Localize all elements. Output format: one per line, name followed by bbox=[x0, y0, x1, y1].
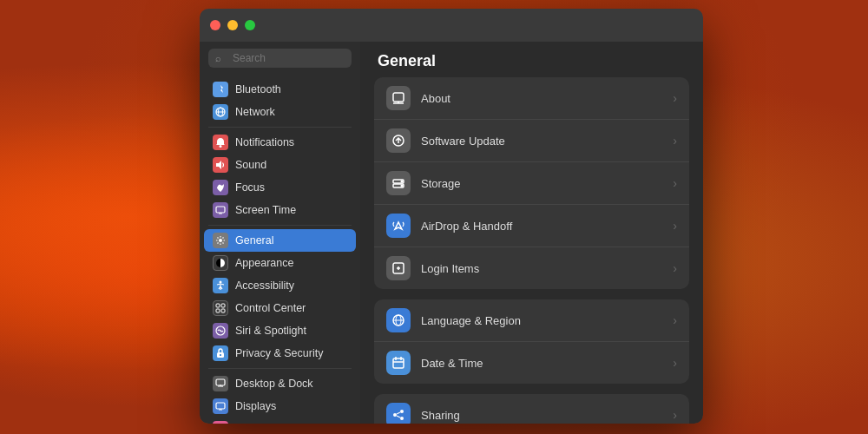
svg-rect-18 bbox=[216, 379, 225, 385]
svg-marker-4 bbox=[216, 161, 221, 169]
focus-icon bbox=[213, 180, 228, 195]
appearance-icon bbox=[213, 255, 228, 271]
sidebar-item-siri[interactable]: Siri & Spotlight bbox=[204, 319, 356, 342]
sidebar-label-siri: Siri & Spotlight bbox=[235, 325, 306, 337]
settings-row-airdrop[interactable]: AirDrop & Handoff › bbox=[374, 205, 689, 247]
titlebar bbox=[200, 9, 703, 42]
sidebar-item-privacy[interactable]: Privacy & Security bbox=[204, 342, 356, 365]
sidebar-label-controlcenter: Control Center bbox=[235, 302, 306, 314]
close-button[interactable] bbox=[210, 20, 220, 30]
svg-point-37 bbox=[401, 181, 403, 182]
wallpaper-icon bbox=[213, 421, 228, 424]
settings-row-sharing[interactable]: Sharing › bbox=[374, 394, 689, 424]
svg-point-8 bbox=[219, 239, 222, 242]
svg-point-38 bbox=[401, 185, 403, 187]
sidebar-item-network[interactable]: Network bbox=[204, 101, 356, 123]
sidebar-item-general[interactable]: General bbox=[204, 229, 356, 252]
svg-rect-17 bbox=[220, 354, 221, 356]
bluetooth-icon bbox=[213, 82, 228, 97]
svg-rect-11 bbox=[216, 304, 220, 307]
settings-row-loginitems[interactable]: Login Items › bbox=[374, 247, 689, 289]
svg-rect-45 bbox=[393, 358, 404, 368]
search-bar: ⌕ bbox=[200, 42, 360, 75]
settings-row-softwareupdate[interactable]: Software Update › bbox=[374, 120, 689, 162]
svg-rect-14 bbox=[221, 309, 225, 312]
window-body: ⌕ Bluetooth bbox=[200, 42, 703, 424]
sidebar: ⌕ Bluetooth bbox=[200, 42, 360, 424]
settings-group-1: About › Software Update › bbox=[374, 77, 689, 289]
language-icon bbox=[386, 308, 411, 332]
sidebar-item-notifications[interactable]: Notifications bbox=[204, 131, 356, 154]
svg-point-49 bbox=[400, 410, 404, 413]
notifications-icon bbox=[213, 135, 228, 150]
settings-row-storage[interactable]: Storage › bbox=[374, 162, 689, 205]
sidebar-item-bluetooth[interactable]: Bluetooth bbox=[204, 78, 356, 101]
search-wrap: ⌕ bbox=[208, 49, 352, 68]
datetime-icon bbox=[386, 351, 411, 375]
sharing-icon bbox=[386, 403, 411, 424]
sidebar-label-wallpaper: Wallpaper bbox=[235, 423, 284, 424]
settings-row-about[interactable]: About › bbox=[374, 77, 689, 120]
sidebar-divider-2 bbox=[208, 225, 352, 226]
sidebar-item-wallpaper[interactable]: Wallpaper bbox=[204, 418, 356, 424]
sidebar-label-appearance: Appearance bbox=[235, 257, 293, 269]
sidebar-item-sound[interactable]: Sound bbox=[204, 154, 356, 176]
softwareupdate-chevron: › bbox=[673, 134, 677, 148]
sidebar-item-desktop[interactable]: Desktop & Dock bbox=[204, 372, 356, 395]
loginitems-icon bbox=[386, 256, 411, 280]
main-header: General bbox=[360, 42, 703, 77]
sidebar-item-controlcenter[interactable]: Control Center bbox=[204, 297, 356, 319]
siri-icon bbox=[213, 323, 228, 339]
minimize-button[interactable] bbox=[227, 20, 238, 30]
search-input[interactable] bbox=[208, 49, 352, 68]
network-icon bbox=[213, 104, 228, 120]
sidebar-label-sound: Sound bbox=[235, 159, 266, 171]
about-label: About bbox=[421, 92, 662, 105]
sharing-chevron: › bbox=[673, 408, 677, 422]
airdrop-icon bbox=[386, 214, 411, 238]
general-icon bbox=[213, 233, 228, 248]
svg-point-10 bbox=[220, 281, 222, 284]
language-label: Language & Region bbox=[421, 314, 662, 327]
sidebar-label-displays: Displays bbox=[235, 400, 276, 412]
sharing-label: Sharing bbox=[421, 409, 662, 422]
page-title: General bbox=[378, 52, 686, 70]
sidebar-label-general: General bbox=[235, 234, 273, 247]
main-content: General About › bbox=[360, 42, 703, 424]
sidebar-label-screentime: Screen Time bbox=[235, 204, 296, 216]
airdrop-chevron: › bbox=[673, 219, 677, 233]
sidebar-label-accessibility: Accessibility bbox=[235, 279, 294, 292]
sidebar-item-appearance[interactable]: Appearance bbox=[204, 252, 356, 274]
svg-line-53 bbox=[397, 416, 400, 418]
language-chevron: › bbox=[673, 313, 677, 327]
privacy-icon bbox=[213, 345, 228, 361]
sidebar-item-accessibility[interactable]: Accessibility bbox=[204, 274, 356, 297]
screentime-icon bbox=[213, 202, 228, 218]
sidebar-label-network: Network bbox=[235, 106, 275, 118]
svg-point-3 bbox=[220, 145, 222, 148]
desktop-icon bbox=[213, 376, 228, 391]
datetime-label: Date & Time bbox=[421, 357, 662, 370]
datetime-chevron: › bbox=[673, 356, 677, 370]
storage-chevron: › bbox=[673, 176, 677, 190]
maximize-button[interactable] bbox=[245, 20, 255, 30]
settings-row-datetime[interactable]: Date & Time › bbox=[374, 342, 689, 384]
loginitems-chevron: › bbox=[673, 261, 677, 275]
airdrop-label: AirDrop & Handoff bbox=[421, 220, 662, 233]
sidebar-item-displays[interactable]: Displays bbox=[204, 395, 356, 418]
svg-rect-12 bbox=[221, 304, 225, 307]
sidebar-divider-3 bbox=[208, 368, 352, 369]
storage-icon bbox=[386, 171, 411, 195]
svg-rect-13 bbox=[216, 309, 220, 312]
sidebar-item-focus[interactable]: Focus bbox=[204, 176, 356, 199]
svg-rect-31 bbox=[393, 93, 404, 102]
storage-label: Storage bbox=[421, 177, 662, 190]
softwareupdate-icon bbox=[386, 128, 411, 153]
softwareupdate-label: Software Update bbox=[421, 135, 662, 148]
settings-row-language[interactable]: Language & Region › bbox=[374, 299, 689, 342]
loginitems-label: Login Items bbox=[421, 262, 662, 275]
about-icon bbox=[386, 86, 411, 110]
sidebar-item-screentime[interactable]: Screen Time bbox=[204, 199, 356, 221]
svg-point-50 bbox=[393, 413, 397, 417]
svg-line-52 bbox=[397, 412, 400, 414]
